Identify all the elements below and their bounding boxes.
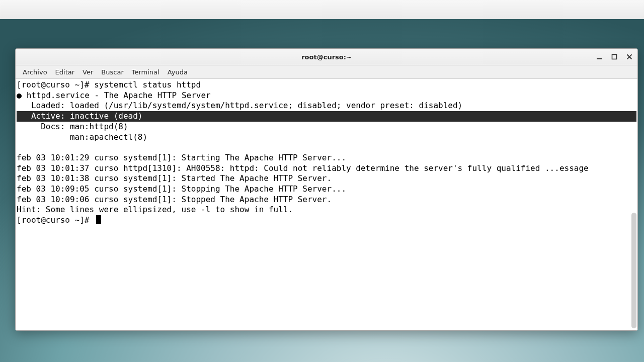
menu-buscar[interactable]: Buscar <box>97 67 127 77</box>
menu-ver[interactable]: Ver <box>78 67 97 77</box>
window-close-button[interactable] <box>624 52 634 62</box>
prompt: [root@curso ~]# <box>17 80 94 89</box>
terminal-output: [root@curso ~]# systemctl status httpd h… <box>16 79 637 227</box>
prompt: [root@curso ~]# <box>17 215 94 225</box>
maximize-icon <box>611 54 617 60</box>
active-line-highlighted: Active: inactive (dead) <box>17 111 636 122</box>
service-header: httpd.service - The Apache HTTP Server <box>22 90 211 100</box>
window-maximize-button[interactable] <box>609 52 619 62</box>
cursor-icon <box>96 215 101 224</box>
desktop-background: root@curso:~ Archivo Editar Ver Buscar T… <box>0 19 644 362</box>
log-line: feb 03 10:09:05 curso systemd[1]: Stoppi… <box>17 184 346 194</box>
docs-line-2: man:apachectl(8) <box>17 132 147 142</box>
log-line: feb 03 10:09:06 curso systemd[1]: Stoppe… <box>17 195 332 204</box>
log-line: feb 03 10:01:37 curso httpd[1310]: AH005… <box>17 163 589 173</box>
scrollbar-thumb[interactable] <box>631 213 636 328</box>
status-dot-icon <box>17 94 22 99</box>
docs-line-1: Docs: man:httpd(8) <box>17 122 128 131</box>
window-title: root@curso:~ <box>16 53 637 61</box>
close-icon <box>626 54 632 60</box>
log-line: feb 03 10:01:29 curso systemd[1]: Starti… <box>17 153 346 162</box>
terminal-viewport[interactable]: [root@curso ~]# systemctl status httpd h… <box>16 79 637 330</box>
loaded-line: Loaded: loaded (/usr/lib/systemd/system/… <box>17 101 462 110</box>
menu-archivo[interactable]: Archivo <box>19 67 51 77</box>
terminal-window: root@curso:~ Archivo Editar Ver Buscar T… <box>15 48 638 331</box>
terminal-scrollbar[interactable] <box>631 80 636 329</box>
window-minimize-button[interactable] <box>594 52 604 62</box>
svg-rect-0 <box>597 58 602 59</box>
minimize-icon <box>596 54 602 60</box>
menubar: Archivo Editar Ver Buscar Terminal Ayuda <box>16 65 637 79</box>
log-line: feb 03 10:01:38 curso systemd[1]: Starte… <box>17 173 332 183</box>
command-text: systemctl status httpd <box>94 80 201 89</box>
svg-rect-1 <box>612 55 617 59</box>
window-titlebar[interactable]: root@curso:~ <box>16 49 637 65</box>
hint-line: Hint: Some lines were ellipsized, use -l… <box>17 205 293 214</box>
top-panel <box>0 0 644 20</box>
menu-ayuda[interactable]: Ayuda <box>164 67 192 77</box>
menu-terminal[interactable]: Terminal <box>128 67 164 77</box>
menu-editar[interactable]: Editar <box>51 67 79 77</box>
